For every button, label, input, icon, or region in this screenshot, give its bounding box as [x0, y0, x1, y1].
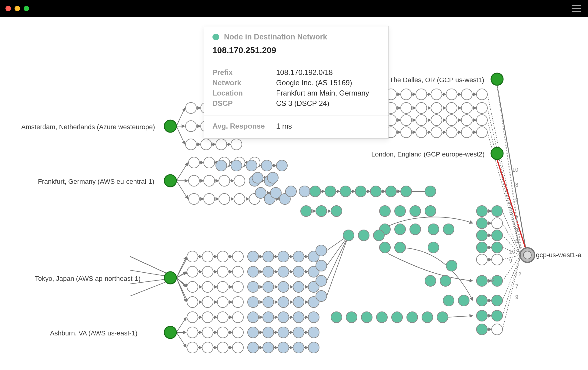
- hop-node[interactable]: [278, 266, 289, 277]
- hop-node[interactable]: [425, 206, 436, 217]
- hop-node[interactable]: [379, 242, 390, 253]
- hop-node[interactable]: [232, 251, 243, 262]
- hop-node[interactable]: [202, 297, 213, 308]
- hop-node[interactable]: [476, 242, 487, 253]
- path-link[interactable]: [503, 255, 521, 329]
- hop-node[interactable]: [187, 297, 198, 308]
- hop-node[interactable]: [492, 206, 503, 217]
- hop-node[interactable]: [219, 175, 230, 186]
- path-visualization-canvas[interactable]: 1089786109121279 Amsterdam, Netherlands …: [0, 17, 588, 370]
- hop-node[interactable]: [248, 251, 259, 262]
- window-zoom-icon[interactable]: [24, 6, 29, 11]
- hop-node[interactable]: [492, 242, 503, 253]
- hop-node[interactable]: [204, 157, 215, 168]
- hop-node[interactable]: [263, 281, 274, 292]
- window-minimize-icon[interactable]: [15, 6, 20, 11]
- hop-node[interactable]: [476, 115, 487, 126]
- hop-node[interactable]: [187, 251, 198, 262]
- hop-node[interactable]: [407, 312, 418, 323]
- source-node[interactable]: [164, 120, 176, 132]
- hop-node[interactable]: [248, 342, 259, 353]
- hop-node[interactable]: [492, 218, 503, 229]
- hop-node[interactable]: [416, 115, 427, 126]
- hop-node[interactable]: [431, 115, 442, 126]
- hop-node[interactable]: [293, 342, 304, 353]
- hop-node[interactable]: [217, 281, 228, 292]
- hop-node[interactable]: [202, 327, 213, 338]
- hop-node[interactable]: [476, 310, 487, 321]
- hop-node[interactable]: [232, 281, 243, 292]
- hop-node[interactable]: [325, 186, 336, 197]
- hop-node[interactable]: [461, 103, 472, 113]
- hop-node[interactable]: [386, 186, 396, 197]
- hop-node[interactable]: [379, 206, 390, 217]
- hop-node[interactable]: [278, 297, 289, 308]
- hop-node[interactable]: [431, 89, 442, 100]
- hop-node[interactable]: [187, 281, 198, 292]
- hop-node[interactable]: [476, 218, 487, 229]
- hop-node[interactable]: [355, 186, 366, 197]
- hop-node[interactable]: [308, 342, 319, 353]
- hop-node[interactable]: [232, 342, 243, 353]
- hop-node[interactable]: [293, 251, 304, 262]
- hop-node[interactable]: [231, 139, 242, 150]
- hop-node[interactable]: [395, 242, 406, 253]
- hop-node[interactable]: [252, 172, 263, 183]
- hop-node[interactable]: [217, 312, 228, 323]
- path-link[interactable]: [327, 235, 349, 281]
- hop-node[interactable]: [492, 295, 503, 306]
- hop-node[interactable]: [437, 312, 448, 323]
- hop-node[interactable]: [189, 193, 199, 204]
- hop-node[interactable]: [202, 342, 213, 353]
- hop-node[interactable]: [492, 254, 503, 265]
- hop-node[interactable]: [189, 157, 199, 168]
- hop-node[interactable]: [443, 224, 454, 235]
- hop-node[interactable]: [401, 103, 412, 113]
- hop-node[interactable]: [416, 89, 427, 100]
- hop-node[interactable]: [416, 103, 427, 113]
- hop-node[interactable]: [263, 342, 274, 353]
- hop-node[interactable]: [231, 160, 242, 171]
- hop-node[interactable]: [346, 312, 357, 323]
- hop-node[interactable]: [476, 230, 487, 241]
- hop-node[interactable]: [401, 186, 412, 197]
- path-link[interactable]: [176, 108, 185, 126]
- path-link[interactable]: [176, 181, 188, 199]
- hop-node[interactable]: [286, 186, 296, 197]
- hop-node[interactable]: [187, 266, 198, 277]
- hop-node[interactable]: [446, 103, 457, 113]
- hop-node[interactable]: [395, 224, 406, 235]
- hop-node[interactable]: [232, 266, 243, 277]
- hop-node[interactable]: [316, 275, 327, 286]
- hop-node[interactable]: [492, 324, 503, 335]
- hop-node[interactable]: [358, 230, 369, 241]
- hop-node[interactable]: [461, 115, 472, 126]
- path-link[interactable]: [327, 235, 349, 296]
- hop-node[interactable]: [361, 312, 372, 323]
- hop-node[interactable]: [301, 206, 312, 217]
- hop-node[interactable]: [401, 127, 412, 138]
- hop-node[interactable]: [217, 327, 228, 338]
- hop-node[interactable]: [293, 327, 304, 338]
- hop-node[interactable]: [376, 312, 387, 323]
- window-close-icon[interactable]: [5, 6, 11, 11]
- hop-node[interactable]: [308, 327, 319, 338]
- hop-node[interactable]: [278, 281, 289, 292]
- hop-node[interactable]: [443, 295, 454, 306]
- path-link[interactable]: [448, 316, 473, 317]
- hop-node[interactable]: [461, 127, 472, 138]
- hop-node[interactable]: [267, 172, 278, 183]
- hop-node[interactable]: [278, 342, 289, 353]
- hop-node[interactable]: [246, 160, 257, 171]
- hop-node[interactable]: [261, 160, 272, 171]
- hop-node[interactable]: [392, 312, 403, 323]
- source-node[interactable]: [164, 175, 176, 187]
- path-link[interactable]: [176, 332, 186, 348]
- hop-node[interactable]: [370, 186, 381, 197]
- hop-node[interactable]: [431, 103, 442, 113]
- hop-node[interactable]: [216, 160, 227, 171]
- hop-node[interactable]: [446, 127, 457, 138]
- hop-node[interactable]: [202, 251, 213, 262]
- hop-node[interactable]: [201, 139, 212, 150]
- hop-node[interactable]: [316, 260, 327, 271]
